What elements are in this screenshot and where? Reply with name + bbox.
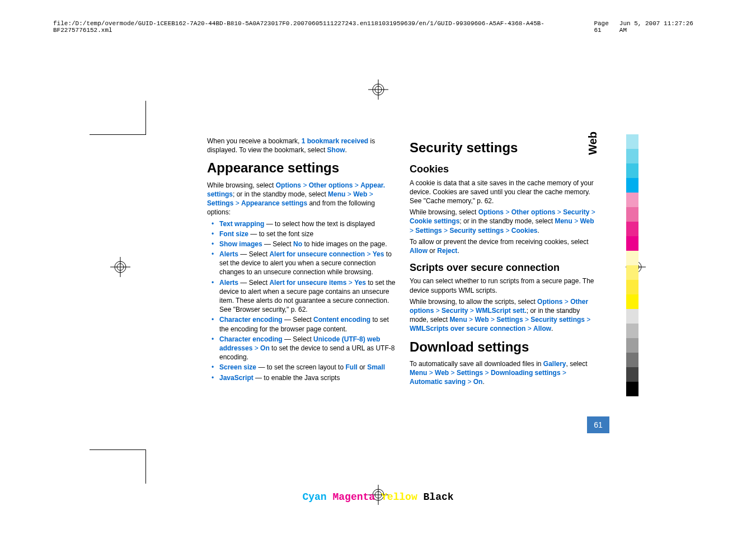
yellow-label: Yellow <box>381 491 417 503</box>
cyan-label: Cyan <box>302 491 326 503</box>
list-item: Character encoding — Select Content enco… <box>215 315 396 333</box>
registration-mark-icon <box>367 78 389 101</box>
black-label: Black <box>424 491 454 503</box>
timestamp: Jun 5, 2007 11:27:26 AM <box>619 20 703 34</box>
scripts-path: While browsing, to allow the scripts, se… <box>410 297 599 334</box>
color-swatch <box>626 251 638 265</box>
color-swatch <box>626 338 638 353</box>
page-content: When you receive a bookmark, 1 bookmark … <box>207 134 599 389</box>
download-path: To automatically save all downloaded fil… <box>410 359 599 387</box>
color-swatch <box>626 353 638 367</box>
column-right: Security settings Cookies A cookie is da… <box>410 134 599 389</box>
appearance-options-list: Text wrapping — to select how the text i… <box>207 219 396 382</box>
color-swatch <box>626 134 638 149</box>
list-item: Alerts — Select Alert for unsecure items… <box>215 278 396 315</box>
crop-mark <box>90 101 146 135</box>
scripts-desc: You can select whether to run scripts fr… <box>410 277 599 294</box>
color-swatch <box>626 382 638 396</box>
page-label: Page 61 <box>594 20 619 34</box>
list-item: Alerts — Select Alert for unsecure conne… <box>215 250 396 277</box>
color-swatch <box>626 178 638 193</box>
magenta-label: Magenta <box>332 491 375 503</box>
heading-cookies: Cookies <box>410 162 599 176</box>
heading-security: Security settings <box>410 139 599 157</box>
cookies-desc: A cookie is data that a site saves in th… <box>410 179 599 206</box>
color-swatch <box>626 222 638 236</box>
color-swatch <box>626 280 638 294</box>
color-swatch <box>626 309 638 324</box>
crop-mark <box>90 449 146 484</box>
list-item: Character encoding — Select Unicode (UTF… <box>215 335 396 362</box>
file-path: file:/D:/temp/overmode/GUID-1CEEB162-7A2… <box>53 20 594 34</box>
print-header: file:/D:/temp/overmode/GUID-1CEEB162-7A2… <box>53 20 703 34</box>
list-item: Text wrapping — to select how the text i… <box>215 219 396 228</box>
color-swatch <box>626 207 638 222</box>
color-swatch <box>626 324 638 338</box>
cmyk-labels: Cyan Magenta Yellow Black <box>302 491 453 503</box>
color-swatch <box>626 265 638 280</box>
registration-mark-icon <box>109 256 132 278</box>
color-swatch <box>626 294 638 309</box>
cookies-allow: To allow or prevent the device from rece… <box>410 237 599 255</box>
appearance-path: While browsing, select Options > Other o… <box>207 181 396 217</box>
heading-scripts: Scripts over secure connection <box>410 261 599 274</box>
color-calibration-bars <box>626 134 638 396</box>
color-swatch <box>626 367 638 382</box>
bookmark-intro: When you receive a bookmark, 1 bookmark … <box>207 137 396 154</box>
list-item: Show images — Select No to hide images o… <box>215 240 396 249</box>
list-item: Screen size — to set the screen layout t… <box>215 363 396 372</box>
list-item: Font size — to set the font size <box>215 229 396 238</box>
cookies-path: While browsing, select Options > Other o… <box>410 208 599 235</box>
color-swatch <box>626 163 638 178</box>
list-item: JavaScript — to enable the Java scripts <box>215 373 396 382</box>
column-left: When you receive a bookmark, 1 bookmark … <box>207 134 396 389</box>
color-swatch <box>626 149 638 163</box>
section-tab: Web <box>586 132 599 155</box>
page-number: 61 <box>587 416 609 433</box>
color-swatch <box>626 193 638 207</box>
color-swatch <box>626 236 638 251</box>
heading-download: Download settings <box>410 338 599 356</box>
heading-appearance: Appearance settings <box>207 159 396 177</box>
